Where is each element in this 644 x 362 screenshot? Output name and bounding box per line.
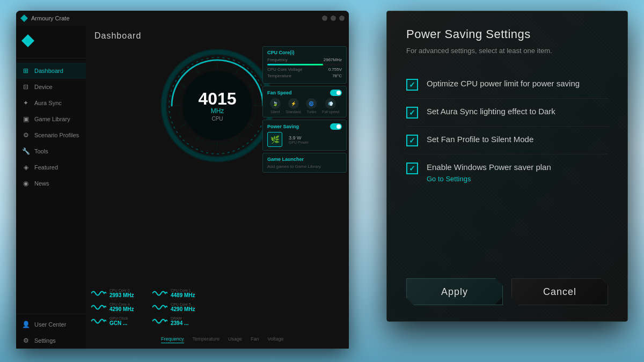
fan-standard-icon: ⚡ bbox=[288, 98, 299, 109]
cpu-core-0-value: 2993 MHz bbox=[109, 292, 134, 298]
dram-clock: DRAM 2394 ... bbox=[152, 315, 211, 327]
app-body: ⊞ Dashboard ⊟ Device ✦ Aura Sync ▣ Game … bbox=[16, 26, 349, 349]
minimize-button[interactable] bbox=[322, 16, 327, 21]
frequency-label: Frequency bbox=[267, 57, 288, 62]
game-launcher-placeholder: Add games to Game Library bbox=[267, 164, 321, 169]
gauge-center: 4015 MHz CPU bbox=[158, 47, 276, 165]
tab-frequency[interactable]: Frequency bbox=[161, 336, 184, 343]
voltage-label: CPU Core Voltage bbox=[267, 67, 302, 72]
option-aura-sync-label: Set Aura Sync lighting effect to Dark bbox=[427, 106, 555, 117]
fan-mode-turbo-label: Turbo bbox=[306, 110, 316, 114]
fan-modes: 🍃 Silent ⚡ Standard 🌀 Turbo bbox=[267, 98, 342, 114]
cpu-core-3: CPU Core 5 4290 MHz bbox=[152, 301, 211, 313]
power-panel-title: Power Saving bbox=[267, 124, 299, 129]
checkbox-aura-sync[interactable] bbox=[406, 107, 418, 119]
cancel-button[interactable]: Cancel bbox=[511, 278, 608, 305]
sidebar-logo-icon bbox=[21, 34, 34, 47]
fan-mode-full[interactable]: 💨 Full speed bbox=[322, 98, 339, 114]
news-icon: ◉ bbox=[21, 179, 30, 188]
cpu-core-2-value: 4290 MHz bbox=[109, 306, 134, 312]
gpu-wave-icon bbox=[91, 315, 106, 327]
sidebar-item-aura-sync[interactable]: ✦ Aura Sync bbox=[16, 95, 86, 111]
dialog-options: Optimize CPU power limit for power savin… bbox=[406, 71, 608, 262]
goto-settings-link[interactable]: Go to Settings bbox=[427, 175, 551, 183]
gauge-value: 4015 bbox=[198, 90, 236, 107]
dialog-subtitle: For advanced settings, select at least o… bbox=[406, 47, 608, 55]
sidebar-label-scenario: Scenario Profiles bbox=[34, 132, 79, 138]
sidebar-item-device[interactable]: ⊟ Device bbox=[16, 79, 86, 95]
settings-icon: ⚙ bbox=[21, 336, 30, 345]
cpu-core-0-info: CPU Core 0 2993 MHz bbox=[109, 289, 134, 298]
voltage-value: 0.755V bbox=[328, 67, 342, 72]
right-panel: CPU Core(i) Frequency 2967MHz CPU Core V… bbox=[260, 44, 349, 167]
fan-panel-title: Fan Speed bbox=[267, 90, 292, 95]
fan-mode-full-label: Full speed bbox=[322, 110, 339, 114]
app-logo-icon bbox=[20, 14, 28, 22]
checkbox-windows-power[interactable] bbox=[406, 162, 418, 174]
fan-panel-card: Fan Speed 🍃 Silent ⚡ Standard bbox=[262, 86, 347, 117]
dashboard-icon: ⊞ bbox=[21, 67, 30, 75]
fan-toggle[interactable] bbox=[330, 90, 342, 96]
option-fan-profile-text: Set Fan Profile to Silent Mode bbox=[427, 134, 533, 145]
featured-icon: ◈ bbox=[21, 163, 30, 172]
sidebar-item-tools[interactable]: 🔧 Tools bbox=[16, 143, 86, 159]
sidebar-item-settings[interactable]: ⚙ Settings bbox=[16, 333, 86, 349]
temp-label: Temperature bbox=[267, 73, 291, 78]
maximize-button[interactable] bbox=[331, 16, 336, 21]
sidebar-bottom: 👤 User Center ⚙ Settings bbox=[16, 314, 86, 349]
fan-mode-silent[interactable]: 🍃 Silent bbox=[270, 98, 281, 114]
gauge-unit: MHz bbox=[211, 107, 224, 115]
window-controls[interactable] bbox=[322, 16, 345, 21]
gauge-area: 4015 MHz CPU CPU Core(i) Frequency bbox=[86, 44, 349, 167]
power-leaf-icon: 🌿 bbox=[267, 132, 282, 147]
sidebar-item-scenario-profiles[interactable]: ⚙ Scenario Profiles bbox=[16, 127, 86, 143]
sidebar-item-dashboard[interactable]: ⊞ Dashboard bbox=[16, 63, 86, 79]
sidebar-item-featured[interactable]: ◈ Featured bbox=[16, 159, 86, 175]
checkbox-fan-profile[interactable] bbox=[406, 135, 418, 146]
dram-clock-name: DRAM bbox=[171, 316, 188, 320]
voltage-row: CPU Core Voltage 0.755V bbox=[267, 67, 342, 72]
main-content: Dashboard bbox=[86, 26, 349, 349]
cpu-wave-icon-1 bbox=[152, 287, 167, 299]
dashboard-header: Dashboard bbox=[86, 26, 349, 44]
sidebar: ⊞ Dashboard ⊟ Device ✦ Aura Sync ▣ Game … bbox=[16, 26, 86, 349]
cpu-gauge: 4015 MHz CPU bbox=[158, 47, 276, 165]
sidebar-item-news[interactable]: ◉ News bbox=[16, 175, 86, 191]
dialog-title: Power Saving Settings bbox=[406, 27, 608, 41]
cpu-core-1: CPU Core 1 4489 MHz bbox=[152, 287, 211, 299]
cpu-core-1-info: CPU Core 1 4489 MHz bbox=[171, 289, 195, 298]
sidebar-label-device: Device bbox=[34, 84, 53, 90]
apply-button[interactable]: Apply bbox=[406, 278, 503, 305]
tab-fan[interactable]: Fan bbox=[251, 336, 259, 343]
sidebar-item-game-library[interactable]: ▣ Game Library bbox=[16, 111, 86, 127]
fan-mode-standard[interactable]: ⚡ Standard bbox=[286, 98, 301, 114]
sidebar-item-user-center[interactable]: 👤 User Center bbox=[16, 316, 86, 333]
fan-mode-turbo[interactable]: 🌀 Turbo bbox=[306, 98, 317, 114]
title-bar: Armoury Crate bbox=[16, 11, 349, 26]
cpu-core-3-value: 4290 MHz bbox=[171, 306, 195, 312]
fan-silent-icon: 🍃 bbox=[270, 98, 281, 109]
power-toggle[interactable] bbox=[330, 123, 342, 130]
gpu-clock: GPU Clock GCN ... bbox=[91, 315, 150, 327]
dram-clock-value: 2394 ... bbox=[171, 320, 188, 326]
option-fan-profile-label: Set Fan Profile to Silent Mode bbox=[427, 134, 533, 145]
tab-temperature[interactable]: Temperature bbox=[193, 336, 220, 343]
power-saving-panel: Power Saving 🌿 3.9 W GPU Power bbox=[262, 120, 347, 151]
option-fan-profile: Set Fan Profile to Silent Mode bbox=[406, 127, 608, 154]
aura-sync-icon: ✦ bbox=[21, 99, 30, 107]
tab-usage[interactable]: Usage bbox=[228, 336, 242, 343]
close-button[interactable] bbox=[339, 16, 345, 21]
cpu-core-2-name: CPU Core 4 bbox=[109, 302, 134, 306]
bottom-tabs: Frequency Temperature Usage Fan Voltage bbox=[161, 336, 284, 343]
cpu-core-2: CPU Core 4 4290 MHz bbox=[91, 301, 150, 313]
gpu-clock-value: GCN ... bbox=[109, 320, 128, 326]
tab-voltage[interactable]: Voltage bbox=[268, 336, 284, 343]
cpu-panel-card: CPU Core(i) Frequency 2967MHz CPU Core V… bbox=[262, 46, 347, 84]
sidebar-label-news: News bbox=[34, 180, 49, 187]
checkbox-optimize-cpu[interactable] bbox=[406, 79, 418, 91]
option-optimize-cpu: Optimize CPU power limit for power savin… bbox=[406, 71, 608, 99]
fan-mode-standard-label: Standard bbox=[286, 110, 301, 114]
scenario-icon: ⚙ bbox=[21, 131, 30, 139]
sidebar-label-featured: Featured bbox=[34, 164, 58, 171]
power-saving-dialog: Power Saving Settings For advanced setti… bbox=[386, 11, 628, 322]
